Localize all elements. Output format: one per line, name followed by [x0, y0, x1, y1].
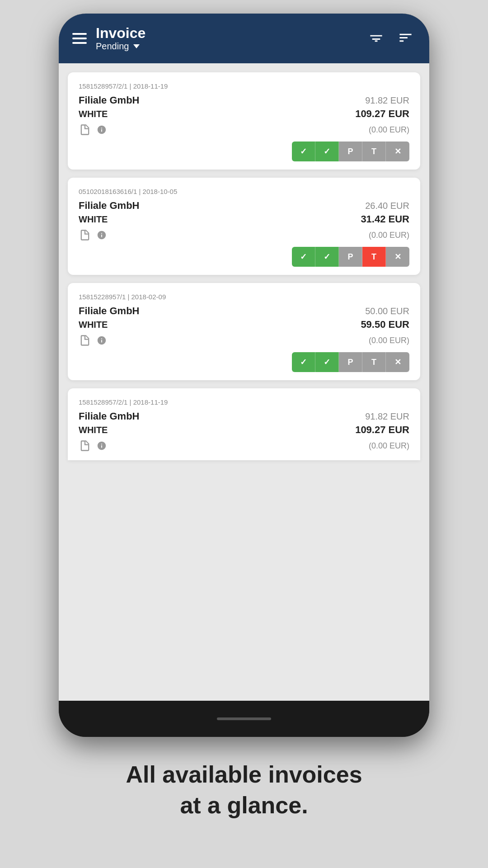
invoice-type: WHITE: [79, 109, 108, 119]
invoice-meta: 15815228957/1 | 2018-02-09: [79, 293, 409, 301]
invoice-meta: 1581528957/2/1 | 2018-11-19: [79, 82, 409, 90]
document-icon: [79, 334, 91, 347]
info-icon: [97, 439, 107, 452]
invoice-icons-row: (0.00 EUR): [79, 123, 409, 136]
invoice-row-type: WHITE 31.42 EUR: [79, 213, 409, 225]
invoice-icons-row: (0.00 EUR): [79, 439, 409, 452]
pending-button[interactable]: P: [339, 352, 362, 372]
invoice-amount-bold: 59.50 EUR: [361, 319, 409, 330]
invoice-card: 1581528957/2/1 | 2018-11-19 Filiale GmbH…: [68, 72, 420, 170]
page-title: Invoice: [96, 25, 145, 41]
invoice-company: Filiale GmbH: [79, 305, 139, 317]
action-buttons: ✓ ✓ P T ✕: [79, 352, 409, 372]
invoice-amount-primary: 50.00 EUR: [365, 306, 409, 316]
action-buttons: ✓ ✓ P T ✕: [79, 142, 409, 161]
document-icon: [79, 229, 91, 241]
approve-button-2[interactable]: ✓: [315, 247, 339, 267]
info-icon: [97, 229, 107, 241]
invoice-meta: 1581528957/2/1 | 2018-11-19: [79, 398, 409, 406]
phone-frame: Invoice Pending: [59, 14, 429, 737]
pending-button[interactable]: P: [339, 142, 362, 161]
invoice-row-type: WHITE 109.27 EUR: [79, 424, 409, 436]
invoice-card-partial: 1581528957/2/1 | 2018-11-19 Filiale GmbH…: [68, 388, 420, 460]
sort-icon: [398, 30, 413, 46]
invoice-company: Filiale GmbH: [79, 94, 139, 106]
phone-body: Invoice Pending: [59, 14, 429, 737]
header-right: [366, 28, 416, 49]
invoice-meta: 05102018163616/1 | 2018-10-05: [79, 188, 409, 195]
app-header: Invoice Pending: [59, 14, 429, 63]
info-icon: [97, 123, 107, 136]
transfer-button[interactable]: T: [362, 352, 386, 372]
approve-button-2[interactable]: ✓: [315, 142, 339, 161]
invoice-row-company: Filiale GmbH 26.40 EUR: [79, 200, 409, 212]
invoice-icons-row: (0.00 EUR): [79, 334, 409, 347]
phone-bottom-bar: [59, 701, 429, 737]
invoice-amount-primary: 26.40 EUR: [365, 201, 409, 211]
status-dropdown[interactable]: Pending: [96, 41, 145, 52]
chevron-down-icon: [133, 44, 140, 48]
invoice-amount-bold: 109.27 EUR: [355, 108, 409, 120]
invoice-row-company: Filiale GmbH 91.82 EUR: [79, 94, 409, 106]
transfer-button[interactable]: T: [362, 142, 386, 161]
invoice-company: Filiale GmbH: [79, 410, 139, 422]
invoice-amount-small: (0.00 EUR): [369, 125, 409, 135]
invoice-icons-row: (0.00 EUR): [79, 229, 409, 241]
invoice-left-icons: [79, 334, 107, 347]
invoice-left-icons: [79, 439, 107, 452]
invoice-amount-primary: 91.82 EUR: [365, 411, 409, 422]
document-icon: [79, 439, 91, 452]
invoice-amount-small: (0.00 EUR): [369, 231, 409, 240]
filter-icon: [368, 30, 384, 46]
header-left: Invoice Pending: [72, 25, 145, 52]
approve-button-1[interactable]: ✓: [292, 352, 315, 372]
action-buttons: ✓ ✓ P T ✕: [79, 247, 409, 267]
invoice-type: WHITE: [79, 320, 108, 330]
reject-button[interactable]: ✕: [386, 352, 409, 372]
invoice-card: 05102018163616/1 | 2018-10-05 Filiale Gm…: [68, 178, 420, 275]
menu-button[interactable]: [72, 33, 87, 44]
home-indicator[interactable]: [217, 717, 271, 720]
invoice-list: 1581528957/2/1 | 2018-11-19 Filiale GmbH…: [59, 63, 429, 469]
approve-button-2[interactable]: ✓: [315, 352, 339, 372]
invoice-row-company: Filiale GmbH 91.82 EUR: [79, 410, 409, 422]
sort-button[interactable]: [395, 28, 416, 49]
bottom-text-line1: All available invoices: [126, 761, 362, 788]
approve-button-1[interactable]: ✓: [292, 247, 315, 267]
invoice-amount-small: (0.00 EUR): [369, 441, 409, 451]
invoice-amount-bold: 31.42 EUR: [361, 213, 409, 225]
invoice-row-type: WHITE 109.27 EUR: [79, 108, 409, 120]
approve-button-1[interactable]: ✓: [292, 142, 315, 161]
reject-button[interactable]: ✕: [386, 247, 409, 267]
reject-button[interactable]: ✕: [386, 142, 409, 161]
transfer-button-active[interactable]: T: [362, 247, 386, 267]
invoice-company: Filiale GmbH: [79, 200, 139, 212]
info-icon: [97, 334, 107, 347]
phone-screen: Invoice Pending: [59, 14, 429, 701]
bottom-text-block: All available invoices at a glance.: [99, 760, 389, 821]
invoice-row-company: Filiale GmbH 50.00 EUR: [79, 305, 409, 317]
invoice-left-icons: [79, 229, 107, 241]
invoice-card: 15815228957/1 | 2018-02-09 Filiale GmbH …: [68, 283, 420, 380]
invoice-type: WHITE: [79, 214, 108, 225]
invoice-amount-primary: 91.82 EUR: [365, 95, 409, 106]
invoice-type: WHITE: [79, 425, 108, 435]
document-icon: [79, 123, 91, 136]
invoice-left-icons: [79, 123, 107, 136]
bottom-text-line2: at a glance.: [180, 792, 308, 818]
invoice-row-type: WHITE 59.50 EUR: [79, 319, 409, 330]
status-label: Pending: [96, 41, 129, 52]
header-title-block: Invoice Pending: [96, 25, 145, 52]
invoice-amount-bold: 109.27 EUR: [355, 424, 409, 436]
pending-button[interactable]: P: [339, 247, 362, 267]
filter-button[interactable]: [366, 28, 386, 49]
invoice-amount-small: (0.00 EUR): [369, 336, 409, 345]
